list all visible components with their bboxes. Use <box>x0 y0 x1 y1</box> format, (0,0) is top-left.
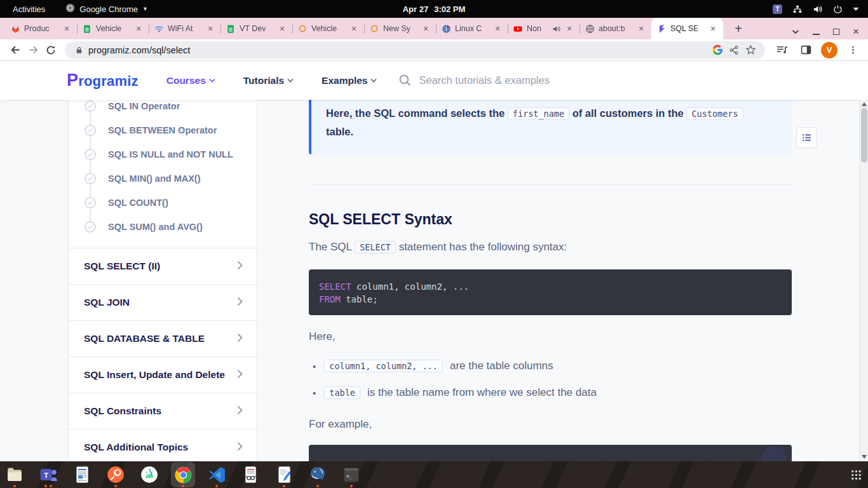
bullet-text: is the table name from where we select t… <box>367 386 597 399</box>
article-heading: SQL SELECT Syntax <box>309 211 452 228</box>
programiz-icon <box>656 24 667 34</box>
sidebar-section[interactable]: SQL JOIN <box>69 284 257 320</box>
restore-button[interactable] <box>833 29 839 35</box>
tab-close-button[interactable]: × <box>205 24 215 34</box>
tab-close-button[interactable]: × <box>349 24 359 34</box>
tab[interactable]: Produc× <box>5 18 77 39</box>
minimize-button[interactable] <box>813 34 820 35</box>
tab-audio-icon[interactable] <box>552 25 560 33</box>
clock[interactable]: Apr 27 3:02 PM <box>403 4 466 14</box>
teams-icon[interactable]: T <box>773 4 782 14</box>
sidebar-section[interactable]: SQL Additional Topics <box>69 429 257 461</box>
tab-close-button[interactable]: × <box>277 24 287 34</box>
media-controls-icon[interactable] <box>773 41 790 59</box>
page-scrollbar[interactable] <box>859 100 868 461</box>
files-dock-item[interactable] <box>3 461 27 488</box>
nav-examples[interactable]: Examples <box>322 75 377 86</box>
sidebar-lesson[interactable]: SQL IS NULL and NOT NULL <box>69 142 257 166</box>
scroll-down-arrow[interactable] <box>862 455 867 459</box>
tab[interactable]: about:b× <box>580 18 651 39</box>
android-studio-dock-item[interactable] <box>137 461 161 488</box>
tab-search-caret-icon[interactable] <box>792 29 799 34</box>
postman-dock-item[interactable] <box>104 461 128 488</box>
sidebar-section[interactable]: SQL DATABASE & TABLE <box>69 320 257 356</box>
text-editor-dock-item[interactable] <box>272 461 296 488</box>
tab-close-button[interactable]: × <box>133 24 144 34</box>
lesson-sidebar: SQL IN OperatorSQL BETWEEN OperatorSQL I… <box>68 94 257 461</box>
ubuntu-dock: T>_ <box>0 461 868 488</box>
tab[interactable]: VT Dev× <box>220 18 292 39</box>
running-indicator-dots <box>205 485 229 487</box>
syntax-intro: The SQL SELECT statement has the followi… <box>309 241 567 254</box>
forward-button[interactable] <box>24 41 42 59</box>
reload-button[interactable] <box>42 41 60 59</box>
sidebar-section[interactable]: SQL Constraints <box>69 393 257 429</box>
teams-app-dock-item[interactable]: T <box>36 461 60 488</box>
profile-avatar[interactable]: V <box>821 42 837 58</box>
document-viewer-icon <box>241 464 260 485</box>
postgresql-dock-item[interactable] <box>306 461 330 488</box>
new-tab-button[interactable]: + <box>729 20 747 37</box>
programiz-logo[interactable]: Programiz <box>67 71 139 90</box>
tab[interactable]: Vehicle× <box>77 18 149 39</box>
for-example-label: For example, <box>309 418 372 431</box>
show-applications-button[interactable] <box>851 461 862 488</box>
chrome-dock-item[interactable] <box>171 461 195 488</box>
sidebar-section[interactable]: SQL SELECT (II) <box>69 248 257 284</box>
search-input[interactable] <box>419 74 609 86</box>
nav-courses[interactable]: Courses <box>166 75 215 86</box>
sidebar-lesson[interactable]: SQL COUNT() <box>69 191 257 215</box>
tab-close-button[interactable]: × <box>564 24 574 34</box>
tab[interactable]: WiFi At× <box>149 18 220 39</box>
system-tray[interactable]: T <box>773 4 868 14</box>
sidebar-section[interactable]: SQL Insert, Update and Delete <box>69 356 257 393</box>
tab-close-button[interactable]: × <box>62 24 72 34</box>
running-indicator-dots <box>104 485 128 487</box>
tab[interactable]: New Sy× <box>364 18 436 39</box>
sidebar-lesson[interactable]: SQL MIN() and MAX() <box>69 166 257 191</box>
tab[interactable]: Non× <box>508 18 580 39</box>
writer-dock-item[interactable] <box>70 461 94 488</box>
table-of-contents-button[interactable] <box>796 127 817 148</box>
sql-keyword: SELECT <box>319 281 351 292</box>
example-code-block[interactable] <box>309 445 792 461</box>
tab[interactable]: Vehicle× <box>292 18 364 39</box>
tab-close-button[interactable]: × <box>492 24 503 34</box>
chevron-right-icon <box>237 261 243 273</box>
tab-active[interactable]: SQL SE× <box>651 18 723 39</box>
address-bar[interactable]: programiz.com/sql/select <box>65 41 765 59</box>
power-icon[interactable] <box>833 4 843 14</box>
tab[interactable]: Linux C× <box>436 18 508 39</box>
url-text[interactable]: programiz.com/sql/select <box>88 45 709 55</box>
kebab-menu-icon[interactable] <box>844 41 862 59</box>
bookmark-star-icon[interactable] <box>742 42 759 58</box>
scroll-up-arrow[interactable] <box>862 102 867 106</box>
side-panel-icon[interactable] <box>797 41 815 59</box>
volume-icon[interactable] <box>813 4 823 14</box>
google-g-icon[interactable] <box>709 42 726 58</box>
sql-syntax-code-block[interactable]: SELECT column1, column2, ... FROM table; <box>309 269 792 315</box>
lock-icon[interactable] <box>75 46 83 55</box>
site-search[interactable] <box>398 74 609 87</box>
document-viewer-dock-item[interactable] <box>238 461 262 488</box>
tab-close-button[interactable]: × <box>421 24 431 34</box>
window-close-button[interactable]: × <box>853 26 859 37</box>
terminal-dock-item[interactable]: >_ <box>339 461 363 488</box>
network-icon[interactable] <box>792 4 803 14</box>
bullet-text: are the table columns <box>450 360 553 372</box>
activities-button[interactable]: Activities <box>9 3 49 15</box>
vscode-dock-item[interactable] <box>205 461 229 488</box>
divider <box>309 184 792 185</box>
sidebar-lesson[interactable]: SQL SUM() and AVG() <box>69 215 257 239</box>
nav-tutorials[interactable]: Tutorials <box>243 75 294 86</box>
sidebar-lesson[interactable]: SQL BETWEEN Operator <box>69 118 257 142</box>
caret-down-icon[interactable] <box>853 7 859 11</box>
tab-close-button[interactable]: × <box>708 24 718 34</box>
share-icon[interactable] <box>726 42 742 58</box>
app-menu[interactable]: Google Chrome ▼ <box>65 3 148 15</box>
tab-close-button[interactable]: × <box>636 24 646 34</box>
chevron-right-icon <box>237 297 243 309</box>
scrollbar-thumb[interactable] <box>861 108 867 163</box>
code-action-button[interactable] <box>761 446 787 461</box>
back-button[interactable] <box>6 41 24 59</box>
